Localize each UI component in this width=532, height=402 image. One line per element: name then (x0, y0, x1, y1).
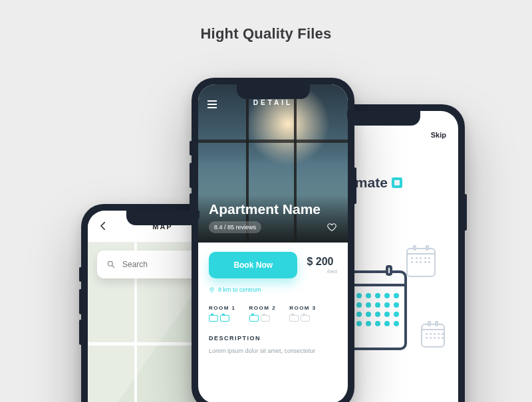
menu-icon[interactable] (207, 100, 217, 108)
svg-line-1 (112, 266, 114, 268)
phone-detail: DETAIL Apartment Name 8.4 / 85 reviews B… (192, 78, 354, 402)
bed-icon (209, 315, 218, 322)
back-icon[interactable] (97, 220, 109, 232)
room-column: ROOM 3 (289, 305, 317, 322)
showcase-stage: MAP N LOMAS NORTH YORK Skip roomate (0, 61, 532, 402)
calendar-small-icon (421, 324, 445, 348)
calendar-small-icon (406, 248, 436, 277)
price-unit: /bed (327, 268, 337, 274)
detail-header-label: DETAIL (253, 99, 293, 106)
home-icon (392, 177, 402, 188)
room-label: ROOM 3 (289, 305, 317, 311)
search-icon (106, 260, 116, 269)
room-label: ROOM 2 (249, 305, 277, 311)
rating-badge: 8.4 / 85 reviews (209, 221, 261, 233)
book-now-button[interactable]: Book Now (209, 252, 297, 278)
description-heading: DESCRIPTION (209, 335, 337, 342)
bed-icon (289, 315, 299, 322)
bed-icon (261, 315, 270, 322)
apartment-title: Apartment Name (209, 201, 337, 217)
description-text: Lorem ipsum dolor sit amet, consectetur (209, 347, 337, 356)
svg-point-0 (108, 261, 112, 266)
bed-icon (301, 315, 310, 322)
room-label: ROOM 1 (209, 305, 236, 311)
distance-row: 8 km to centrum (209, 286, 337, 293)
bed-icon (220, 315, 229, 322)
page-title: Hight Quality Files (0, 25, 532, 43)
pin-icon (209, 287, 214, 292)
detail-hero-image: DETAIL Apartment Name 8.4 / 85 reviews (198, 84, 348, 243)
price-value: $ 200 (307, 256, 333, 268)
distance-text: 8 km to centrum (218, 286, 261, 293)
skip-button[interactable]: Skip (431, 131, 446, 139)
room-column: ROOM 2 (249, 305, 277, 322)
bed-icon (249, 315, 259, 322)
rooms-row: ROOM 1ROOM 2ROOM 3 (209, 305, 337, 322)
heart-icon[interactable] (327, 222, 337, 233)
room-column: ROOM 1 (209, 305, 236, 322)
svg-point-2 (211, 289, 213, 290)
price-display: $ 200 /bed (307, 256, 337, 274)
